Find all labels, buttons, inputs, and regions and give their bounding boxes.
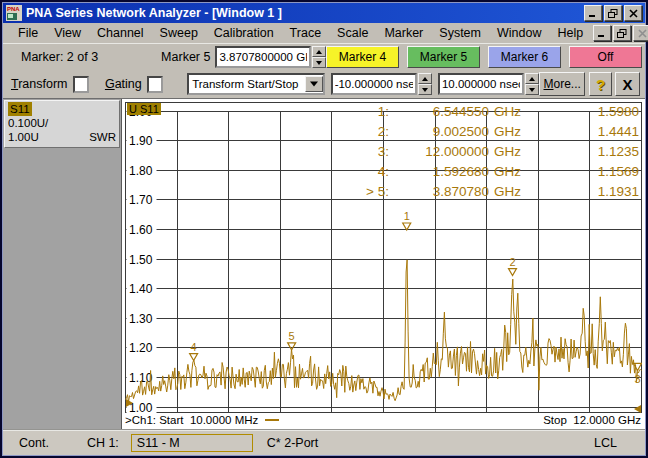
marker-triangle-icon (288, 343, 296, 350)
minimize-icon (597, 29, 607, 38)
y-tick-label: 1.90 (129, 134, 153, 148)
marker-readout-unit: GHz (489, 182, 529, 202)
calibration-status-label: C* 2-Port (267, 436, 318, 450)
marker-readout-unit: GHz (489, 122, 529, 142)
spin-up-button[interactable] (312, 46, 326, 57)
measurement-box: S11 - M (131, 434, 253, 452)
marker-readout-freq_label: 6.544550 (389, 102, 489, 122)
spin-down-button[interactable] (312, 57, 326, 68)
transform-start-field[interactable] (331, 73, 417, 95)
menu-item-sweep[interactable]: Sweep (152, 25, 206, 41)
menu-item-scale[interactable]: Scale (329, 25, 376, 41)
menu-item-view[interactable]: View (46, 25, 89, 41)
marker-readout-unit: GHz (489, 162, 529, 182)
main-area: S11 0.100U/ 1.00U SWR 2.001.901.801.701.… (3, 99, 645, 429)
marker-readout-num_label: 3: (351, 142, 389, 162)
title-bar: PNA PNA Series Network Analyzer - [Windo… (3, 3, 645, 23)
marker-1-glyph[interactable]: 1 (403, 210, 411, 230)
trace-name-chip[interactable]: S11 (8, 102, 32, 116)
restore-button[interactable] (604, 5, 622, 21)
menu-item-channel[interactable]: Channel (89, 25, 152, 41)
sweep-mode-label: Cont. (19, 436, 49, 450)
marker-status-text: Marker: 2 of 3 (21, 50, 133, 64)
spin-up-button[interactable] (525, 73, 539, 84)
menu-item-window[interactable]: Window (489, 25, 549, 41)
menu-item-trace[interactable]: Trace (282, 25, 330, 41)
y-tick-label: 1.30 (129, 312, 153, 326)
transform-start-spinner (418, 73, 432, 95)
pna-app-icon: PNA (6, 5, 22, 21)
marker-readout-num_label: 4: (351, 162, 389, 182)
more-button[interactable]: More... (539, 72, 585, 96)
minimize-button[interactable] (584, 5, 602, 21)
marker-number-label: 4 (191, 341, 197, 353)
marker-readout-value_label: 1.4441 (529, 122, 639, 142)
marker-2-glyph[interactable]: 2 (509, 256, 517, 276)
child-window-controls (591, 25, 648, 41)
transform-checkbox[interactable] (73, 76, 89, 93)
gating-label: Gating (105, 77, 142, 91)
gating-checkbox[interactable] (147, 76, 163, 93)
menu-item-calibration[interactable]: Calibration (206, 25, 282, 41)
child-minimize-button[interactable] (593, 25, 611, 41)
help-button[interactable]: ? (589, 72, 612, 96)
spin-down-button[interactable] (525, 84, 539, 95)
close-icon (638, 29, 647, 38)
toolbar-close-button[interactable]: X (615, 72, 640, 96)
marker-button-marker-6[interactable]: Marker 6 (488, 46, 561, 68)
child-restore-button[interactable] (613, 25, 631, 41)
chevron-down-icon[interactable] (305, 76, 323, 92)
marker-toolbar: Marker: 2 of 3 Marker 5 Marker 4Marker 5… (3, 43, 645, 70)
marker-4-glyph[interactable]: 4 (190, 341, 198, 361)
channel-label: CH 1: (87, 436, 119, 450)
marker-button-off[interactable]: Off (569, 46, 642, 68)
menu-item-help[interactable]: Help (549, 25, 591, 41)
marker-button-marker-4[interactable]: Marker 4 (326, 46, 399, 68)
transform-toolbar: Transform Gating Transform Start/Stop Mo… (3, 70, 645, 99)
y-tick-label: 1.80 (129, 164, 153, 178)
marker-readout-freq_label: 1.592680 (389, 162, 489, 182)
menu-item-system[interactable]: System (431, 25, 489, 41)
transform-stop-field[interactable] (438, 73, 524, 95)
marker-readout-freq_label: 3.870780 (389, 182, 489, 202)
marker-readout-value_label: 1.1569 (529, 162, 639, 182)
restore-icon (608, 9, 618, 18)
transform-start-input[interactable] (333, 77, 415, 91)
marker-readout-num_label: 2: (351, 122, 389, 142)
marker-readout-freq_label: 12.000000 (389, 142, 489, 162)
marker-number-label: 1 (404, 210, 410, 222)
marker-readout-value_label: 1.1235 (529, 142, 639, 162)
marker-readout: 1:6.544550GHz1.59802:9.002500GHz1.44413:… (351, 102, 639, 202)
marker-5-glyph[interactable]: 5 (288, 330, 296, 350)
menu-items: FileViewChannelSweepCalibrationTraceScal… (10, 25, 591, 41)
trace-status-panel: S11 0.100U/ 1.00U SWR (3, 99, 122, 429)
close-button[interactable] (624, 5, 642, 21)
y-tick-label: 1.20 (129, 341, 153, 355)
transform-stop-input[interactable] (440, 77, 522, 91)
marker-readout-value_label: 1.1931 (529, 182, 639, 202)
marker-readout-unit: GHz (489, 102, 529, 122)
close-icon (629, 9, 638, 18)
spin-down-button[interactable] (418, 84, 432, 95)
spin-up-button[interactable] (418, 73, 432, 84)
marker-number-label: 2 (509, 256, 515, 268)
marker-3-glyph[interactable]: 3 (634, 363, 642, 385)
restore-icon (617, 29, 627, 38)
window-title: PNA Series Network Analyzer - [Window 1 … (26, 6, 582, 20)
marker-frequency-field[interactable] (215, 46, 311, 68)
marker-frequency-input[interactable] (217, 50, 309, 64)
y-tick-label: 1.70 (129, 193, 153, 207)
marker-readout-freq_label: 9.002500 (389, 122, 489, 142)
menu-item-marker[interactable]: Marker (376, 25, 431, 41)
transform-label: Transform (11, 77, 68, 91)
channel-start-label: >Ch1: Start 10.0000 MHz (125, 414, 258, 426)
marker-triangle-icon (509, 269, 517, 276)
trace-status-box: S11 0.100U/ 1.00U SWR (4, 100, 120, 148)
marker-field-label: Marker 5 (161, 50, 210, 64)
trace-legend-dash (265, 419, 279, 421)
menu-item-file[interactable]: File (10, 25, 46, 41)
marker-button-marker-5[interactable]: Marker 5 (407, 46, 480, 68)
minimize-icon (588, 9, 598, 18)
marker-glyphs: 12345 (190, 210, 642, 385)
transform-mode-dropdown[interactable]: Transform Start/Stop (187, 73, 325, 95)
